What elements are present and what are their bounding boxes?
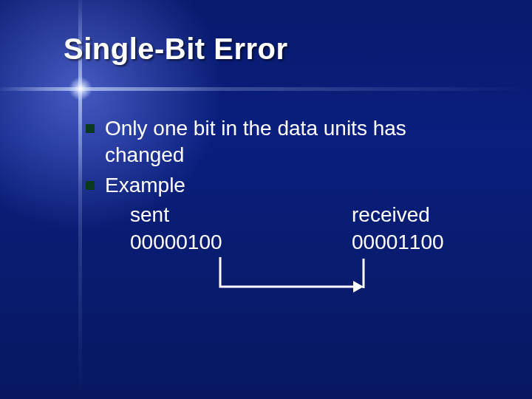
bullet-item: Only one bit in the data units has chang… bbox=[86, 115, 488, 169]
received-value: 00001100 bbox=[352, 229, 444, 256]
slide-body: Only one bit in the data units has chang… bbox=[86, 115, 488, 256]
bullet-text: Only one bit in the data units has chang… bbox=[105, 115, 488, 169]
bullet-text: Example bbox=[105, 172, 488, 199]
sent-label: sent bbox=[130, 202, 352, 228]
example-received-column: received 00001100 bbox=[352, 202, 444, 256]
square-bullet-icon bbox=[86, 181, 95, 190]
square-bullet-icon bbox=[86, 124, 95, 133]
received-label: received bbox=[352, 202, 444, 228]
example-sent-column: sent 00000100 bbox=[130, 202, 352, 256]
slide-title: Single-Bit Error bbox=[64, 33, 288, 66]
slide: Single-Bit Error Only one bit in the dat… bbox=[0, 0, 532, 399]
lens-flare-icon bbox=[69, 77, 92, 100]
sent-value: 00000100 bbox=[130, 229, 352, 256]
arrow-connector bbox=[216, 256, 369, 293]
arrow-icon bbox=[216, 256, 369, 293]
bullet-item: Example bbox=[86, 172, 488, 199]
example-columns: sent 00000100 received 00001100 bbox=[130, 202, 488, 256]
